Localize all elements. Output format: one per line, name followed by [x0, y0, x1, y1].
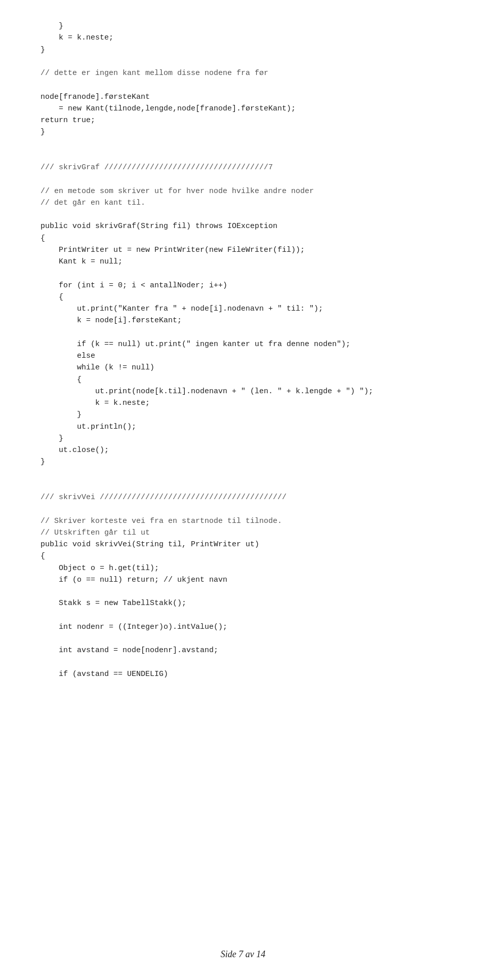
- code-block: } k = k.neste;}// dette er ingen kant me…: [40, 20, 446, 692]
- code-line: // dette er ingen kant mellom disse node…: [40, 67, 446, 79]
- code-line: ut.print(node[k.til].nodenavn + " (len. …: [40, 386, 446, 397]
- code-line: /// skrivVei ///////////////////////////…: [40, 492, 446, 503]
- code-line: Kant k = null;: [40, 256, 446, 268]
- code-line: = new Kant(tilnode,lengde,node[franode].…: [40, 103, 446, 115]
- code-line: else: [40, 350, 446, 362]
- code-line: ut.close();: [40, 444, 446, 456]
- code-line: [40, 173, 446, 185]
- code-line: /// skrivGraf //////////////////////////…: [40, 162, 446, 173]
- code-line: public void skrivVei(String til, PrintWr…: [40, 539, 446, 550]
- code-line: [40, 327, 446, 338]
- code-line: }: [40, 409, 446, 421]
- code-line: PrintWriter ut = new PrintWriter(new Fil…: [40, 244, 446, 256]
- code-line: [40, 610, 446, 621]
- code-line: for (int i = 0; i < antallNoder; i++): [40, 280, 446, 291]
- code-line: }: [40, 126, 446, 138]
- code-line: if (avstand == UENDELIG): [40, 668, 446, 680]
- code-line: // Skriver korteste vei fra en startnode…: [40, 515, 446, 527]
- code-line: {: [40, 374, 446, 386]
- code-line: while (k != null): [40, 362, 446, 373]
- code-line: [40, 209, 446, 220]
- code-line: return true;: [40, 115, 446, 126]
- page-container: } k = k.neste;}// dette er ingen kant me…: [0, 0, 486, 980]
- code-line: public void skrivGraf(String fil) throws…: [40, 220, 446, 232]
- code-line: // en metode som skriver ut for hver nod…: [40, 185, 446, 197]
- code-line: int avstand = node[nodenr].avstand;: [40, 645, 446, 656]
- code-line: [40, 468, 446, 480]
- code-line: [40, 657, 446, 668]
- page-number: Side 7 av 14: [221, 949, 265, 959]
- code-line: ut.println();: [40, 421, 446, 433]
- code-line: {: [40, 291, 446, 303]
- code-line: k = node[i].førsteKant;: [40, 315, 446, 326]
- code-line: Stakk s = new TabellStakk();: [40, 597, 446, 609]
- code-line: [40, 150, 446, 162]
- code-line: }: [40, 44, 446, 56]
- code-line: {: [40, 233, 446, 244]
- code-line: k = k.neste;: [40, 397, 446, 409]
- code-line: Object o = h.get(til);: [40, 562, 446, 574]
- code-line: [40, 268, 446, 279]
- code-line: [40, 503, 446, 515]
- code-line: // Utskriften går til ut: [40, 527, 446, 539]
- code-line: }: [40, 433, 446, 444]
- code-line: node[franode].førsteKant: [40, 91, 446, 103]
- code-line: // det går en kant til.: [40, 197, 446, 209]
- code-line: }: [40, 20, 446, 32]
- code-line: [40, 79, 446, 91]
- code-line: }: [40, 456, 446, 468]
- code-line: [40, 56, 446, 67]
- code-line: k = k.neste;: [40, 32, 446, 44]
- code-line: {: [40, 550, 446, 562]
- page-footer: Side 7 av 14: [0, 949, 486, 960]
- code-line: [40, 633, 446, 645]
- code-line: [40, 586, 446, 597]
- code-line: ut.print("Kanter fra " + node[i].nodenav…: [40, 303, 446, 315]
- code-line: [40, 680, 446, 692]
- code-line: if (o == null) return; // ukjent navn: [40, 574, 446, 586]
- code-line: int nodenr = ((Integer)o).intValue();: [40, 621, 446, 633]
- code-line: if (k == null) ut.print(" ingen kanter u…: [40, 338, 446, 350]
- code-line: [40, 138, 446, 150]
- code-line: [40, 480, 446, 492]
